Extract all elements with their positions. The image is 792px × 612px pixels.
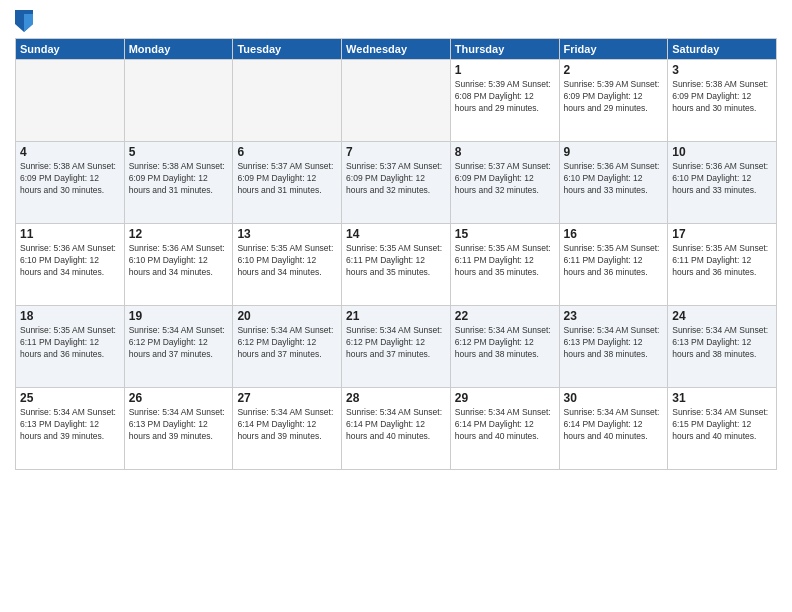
day-number: 9 [564, 145, 664, 159]
day-number: 16 [564, 227, 664, 241]
day-info: Sunrise: 5:34 AM Sunset: 6:12 PM Dayligh… [346, 325, 446, 361]
calendar-cell: 28Sunrise: 5:34 AM Sunset: 6:14 PM Dayli… [342, 388, 451, 470]
week-row-0: 1Sunrise: 5:39 AM Sunset: 6:08 PM Daylig… [16, 60, 777, 142]
calendar-cell: 20Sunrise: 5:34 AM Sunset: 6:12 PM Dayli… [233, 306, 342, 388]
day-number: 31 [672, 391, 772, 405]
day-number: 1 [455, 63, 555, 77]
page: SundayMondayTuesdayWednesdayThursdayFrid… [0, 0, 792, 612]
day-number: 18 [20, 309, 120, 323]
day-number: 26 [129, 391, 229, 405]
day-number: 24 [672, 309, 772, 323]
col-header-wednesday: Wednesday [342, 39, 451, 60]
day-number: 28 [346, 391, 446, 405]
calendar-cell [124, 60, 233, 142]
col-header-saturday: Saturday [668, 39, 777, 60]
day-number: 3 [672, 63, 772, 77]
day-number: 6 [237, 145, 337, 159]
svg-marker-1 [24, 14, 33, 32]
calendar-cell [233, 60, 342, 142]
calendar-table: SundayMondayTuesdayWednesdayThursdayFrid… [15, 38, 777, 470]
day-info: Sunrise: 5:34 AM Sunset: 6:12 PM Dayligh… [237, 325, 337, 361]
calendar-cell: 6Sunrise: 5:37 AM Sunset: 6:09 PM Daylig… [233, 142, 342, 224]
calendar-cell: 25Sunrise: 5:34 AM Sunset: 6:13 PM Dayli… [16, 388, 125, 470]
day-info: Sunrise: 5:35 AM Sunset: 6:11 PM Dayligh… [346, 243, 446, 279]
day-number: 25 [20, 391, 120, 405]
day-info: Sunrise: 5:36 AM Sunset: 6:10 PM Dayligh… [20, 243, 120, 279]
day-info: Sunrise: 5:34 AM Sunset: 6:12 PM Dayligh… [129, 325, 229, 361]
col-header-monday: Monday [124, 39, 233, 60]
day-info: Sunrise: 5:34 AM Sunset: 6:14 PM Dayligh… [564, 407, 664, 443]
day-info: Sunrise: 5:38 AM Sunset: 6:09 PM Dayligh… [20, 161, 120, 197]
day-info: Sunrise: 5:34 AM Sunset: 6:13 PM Dayligh… [129, 407, 229, 443]
day-info: Sunrise: 5:34 AM Sunset: 6:13 PM Dayligh… [564, 325, 664, 361]
day-number: 17 [672, 227, 772, 241]
calendar-cell: 29Sunrise: 5:34 AM Sunset: 6:14 PM Dayli… [450, 388, 559, 470]
calendar-cell: 3Sunrise: 5:38 AM Sunset: 6:09 PM Daylig… [668, 60, 777, 142]
week-row-1: 4Sunrise: 5:38 AM Sunset: 6:09 PM Daylig… [16, 142, 777, 224]
day-number: 8 [455, 145, 555, 159]
col-header-friday: Friday [559, 39, 668, 60]
day-info: Sunrise: 5:34 AM Sunset: 6:14 PM Dayligh… [237, 407, 337, 443]
day-number: 22 [455, 309, 555, 323]
day-info: Sunrise: 5:38 AM Sunset: 6:09 PM Dayligh… [672, 79, 772, 115]
day-info: Sunrise: 5:34 AM Sunset: 6:15 PM Dayligh… [672, 407, 772, 443]
day-number: 2 [564, 63, 664, 77]
day-number: 11 [20, 227, 120, 241]
calendar-cell: 14Sunrise: 5:35 AM Sunset: 6:11 PM Dayli… [342, 224, 451, 306]
day-number: 27 [237, 391, 337, 405]
calendar-cell: 2Sunrise: 5:39 AM Sunset: 6:09 PM Daylig… [559, 60, 668, 142]
day-number: 20 [237, 309, 337, 323]
week-row-2: 11Sunrise: 5:36 AM Sunset: 6:10 PM Dayli… [16, 224, 777, 306]
calendar-cell: 19Sunrise: 5:34 AM Sunset: 6:12 PM Dayli… [124, 306, 233, 388]
week-row-4: 25Sunrise: 5:34 AM Sunset: 6:13 PM Dayli… [16, 388, 777, 470]
day-info: Sunrise: 5:38 AM Sunset: 6:09 PM Dayligh… [129, 161, 229, 197]
day-number: 10 [672, 145, 772, 159]
day-info: Sunrise: 5:36 AM Sunset: 6:10 PM Dayligh… [564, 161, 664, 197]
day-info: Sunrise: 5:36 AM Sunset: 6:10 PM Dayligh… [672, 161, 772, 197]
calendar-cell: 10Sunrise: 5:36 AM Sunset: 6:10 PM Dayli… [668, 142, 777, 224]
calendar-cell: 8Sunrise: 5:37 AM Sunset: 6:09 PM Daylig… [450, 142, 559, 224]
day-number: 29 [455, 391, 555, 405]
day-number: 5 [129, 145, 229, 159]
calendar-cell: 22Sunrise: 5:34 AM Sunset: 6:12 PM Dayli… [450, 306, 559, 388]
calendar-cell: 12Sunrise: 5:36 AM Sunset: 6:10 PM Dayli… [124, 224, 233, 306]
calendar-cell: 21Sunrise: 5:34 AM Sunset: 6:12 PM Dayli… [342, 306, 451, 388]
week-row-3: 18Sunrise: 5:35 AM Sunset: 6:11 PM Dayli… [16, 306, 777, 388]
day-number: 23 [564, 309, 664, 323]
calendar-cell: 18Sunrise: 5:35 AM Sunset: 6:11 PM Dayli… [16, 306, 125, 388]
calendar-cell: 31Sunrise: 5:34 AM Sunset: 6:15 PM Dayli… [668, 388, 777, 470]
logo-icon [15, 10, 33, 32]
calendar-cell: 11Sunrise: 5:36 AM Sunset: 6:10 PM Dayli… [16, 224, 125, 306]
day-info: Sunrise: 5:37 AM Sunset: 6:09 PM Dayligh… [346, 161, 446, 197]
day-number: 7 [346, 145, 446, 159]
day-number: 13 [237, 227, 337, 241]
calendar-cell: 9Sunrise: 5:36 AM Sunset: 6:10 PM Daylig… [559, 142, 668, 224]
col-header-sunday: Sunday [16, 39, 125, 60]
day-info: Sunrise: 5:37 AM Sunset: 6:09 PM Dayligh… [455, 161, 555, 197]
calendar-cell: 26Sunrise: 5:34 AM Sunset: 6:13 PM Dayli… [124, 388, 233, 470]
calendar-cell [342, 60, 451, 142]
calendar-cell: 13Sunrise: 5:35 AM Sunset: 6:10 PM Dayli… [233, 224, 342, 306]
header [15, 10, 777, 32]
day-info: Sunrise: 5:37 AM Sunset: 6:09 PM Dayligh… [237, 161, 337, 197]
day-number: 4 [20, 145, 120, 159]
day-info: Sunrise: 5:39 AM Sunset: 6:08 PM Dayligh… [455, 79, 555, 115]
calendar-cell: 5Sunrise: 5:38 AM Sunset: 6:09 PM Daylig… [124, 142, 233, 224]
calendar-header: SundayMondayTuesdayWednesdayThursdayFrid… [16, 39, 777, 60]
day-number: 30 [564, 391, 664, 405]
calendar-cell: 1Sunrise: 5:39 AM Sunset: 6:08 PM Daylig… [450, 60, 559, 142]
calendar-cell: 17Sunrise: 5:35 AM Sunset: 6:11 PM Dayli… [668, 224, 777, 306]
calendar-cell: 7Sunrise: 5:37 AM Sunset: 6:09 PM Daylig… [342, 142, 451, 224]
day-info: Sunrise: 5:34 AM Sunset: 6:14 PM Dayligh… [346, 407, 446, 443]
logo [15, 10, 36, 32]
header-row: SundayMondayTuesdayWednesdayThursdayFrid… [16, 39, 777, 60]
day-number: 19 [129, 309, 229, 323]
day-info: Sunrise: 5:34 AM Sunset: 6:13 PM Dayligh… [20, 407, 120, 443]
day-info: Sunrise: 5:35 AM Sunset: 6:11 PM Dayligh… [455, 243, 555, 279]
day-info: Sunrise: 5:34 AM Sunset: 6:12 PM Dayligh… [455, 325, 555, 361]
day-number: 14 [346, 227, 446, 241]
day-info: Sunrise: 5:36 AM Sunset: 6:10 PM Dayligh… [129, 243, 229, 279]
col-header-thursday: Thursday [450, 39, 559, 60]
day-info: Sunrise: 5:35 AM Sunset: 6:11 PM Dayligh… [564, 243, 664, 279]
day-number: 21 [346, 309, 446, 323]
